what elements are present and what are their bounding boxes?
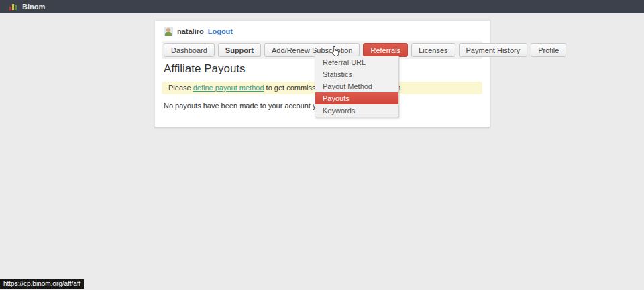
tab-add-renew-subscription[interactable]: Add/Renew Subscription bbox=[264, 43, 360, 57]
top-bar: Binom bbox=[0, 0, 644, 13]
username: nataliro bbox=[177, 27, 204, 35]
empty-payouts-message: No payouts have been made to your accoun… bbox=[164, 102, 323, 110]
tab-support[interactable]: Support bbox=[218, 43, 261, 57]
tab-profile[interactable]: Profile bbox=[531, 43, 566, 57]
tab-referrals[interactable]: Referrals bbox=[363, 43, 408, 57]
page-title: Affiliate Payouts bbox=[164, 62, 246, 76]
menu-item-statistics[interactable]: Statistics bbox=[315, 68, 398, 80]
menu-item-referral-url[interactable]: Referral URL bbox=[315, 56, 398, 68]
tab-dashboard[interactable]: Dashboard bbox=[164, 43, 215, 57]
referrals-dropdown-menu: Referral URL Statistics Payout Method Pa… bbox=[315, 56, 399, 117]
menu-item-payouts[interactable]: Payouts bbox=[315, 92, 398, 104]
alert-text-prefix: Please bbox=[168, 84, 193, 92]
user-row: nataliro Logout bbox=[164, 26, 233, 37]
tab-licenses[interactable]: Licenses bbox=[411, 43, 455, 57]
brand-label: Binom bbox=[22, 3, 45, 11]
status-url-bar: https://cp.binom.org/aff/aff bbox=[0, 279, 84, 289]
define-payout-method-link[interactable]: define payout method bbox=[193, 84, 264, 92]
user-avatar-icon bbox=[164, 27, 173, 36]
logout-link[interactable]: Logout bbox=[208, 27, 233, 35]
menu-item-keywords[interactable]: Keywords bbox=[315, 104, 398, 117]
menu-item-payout-method[interactable]: Payout Method bbox=[315, 80, 398, 92]
bar-chart-icon bbox=[9, 4, 17, 10]
tab-payment-history[interactable]: Payment History bbox=[459, 43, 528, 57]
